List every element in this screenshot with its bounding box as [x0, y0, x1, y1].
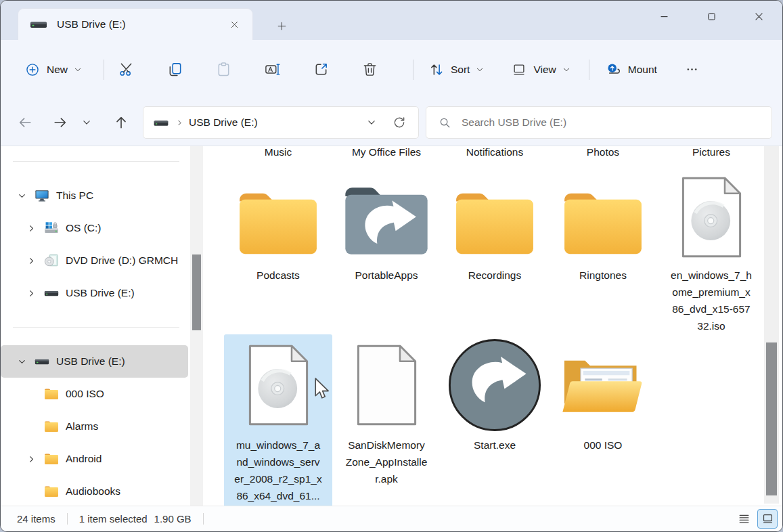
chevron-right-icon[interactable]	[22, 256, 40, 265]
folder-icon	[560, 187, 646, 259]
sidebar-separator	[13, 161, 179, 162]
copy-button[interactable]	[160, 56, 189, 83]
minimize-button[interactable]	[640, 1, 688, 32]
file-item-start-exe[interactable]: Start.exe	[441, 334, 549, 506]
window-controls	[640, 1, 782, 32]
file-icon-box	[441, 334, 549, 436]
sidebar-item-os-c[interactable]: OS (C:)	[1, 212, 188, 244]
file-item-ringtones[interactable]: Ringtones	[549, 168, 657, 338]
sidebar-tree: This PCOS (C:)DVD Drive (D:) GRMCHUSB Dr…	[1, 161, 204, 506]
tab-usb-drive[interactable]: USB Drive (E:)	[18, 8, 253, 40]
folder-icon	[452, 187, 537, 259]
file-item-sandiskmemory[interactable]: SanDiskMemory Zone_AppInstalle r.apk	[332, 334, 441, 506]
mount-button[interactable]: Mount	[600, 57, 664, 83]
file-item-podcasts[interactable]: Podcasts	[224, 168, 332, 338]
chevron-down-icon[interactable]	[13, 191, 30, 200]
breadcrumb[interactable]: USB Drive (E:)	[189, 116, 367, 129]
toolbar-divider	[589, 60, 589, 80]
file-item-portableapps[interactable]: PortableApps	[332, 168, 441, 338]
file-icon-box	[549, 168, 657, 259]
close-window-button[interactable]	[735, 1, 782, 32]
sidebar-scrollbar-thumb[interactable]	[192, 254, 201, 330]
file-label-pictures[interactable]: Pictures	[657, 146, 765, 158]
breadcrumb-separator-icon	[176, 119, 183, 127]
back-button[interactable]	[12, 109, 39, 136]
sidebar-item-alarms[interactable]: Alarms	[1, 410, 188, 443]
file-icon-box	[224, 168, 332, 259]
chevron-down-icon	[476, 66, 484, 74]
address-dropdown-icon[interactable]	[367, 118, 376, 127]
sidebar-item-this-pc[interactable]: This PC	[1, 179, 188, 212]
chevron-placeholder	[22, 389, 40, 399]
chevron-right-icon[interactable]	[22, 454, 40, 464]
cut-button[interactable]	[111, 56, 141, 83]
sidebar-item-android[interactable]: Android	[1, 443, 188, 475]
sidebar-item-label: Audiobooks	[66, 485, 120, 497]
tab-close-icon[interactable]	[224, 14, 244, 35]
chevron-right-icon[interactable]	[22, 288, 40, 298]
up-button[interactable]	[108, 109, 135, 136]
new-tab-button[interactable]	[271, 16, 292, 36]
forward-button[interactable]	[47, 109, 74, 136]
sort-button[interactable]: Sort	[422, 57, 491, 83]
file-item-000-iso[interactable]: 000 ISO	[549, 334, 657, 506]
sidebar-item-usb-drive-e[interactable]: USB Drive (E:)	[1, 345, 188, 378]
details-view-button[interactable]	[734, 509, 754, 529]
recent-locations-button[interactable]	[75, 109, 98, 136]
sidebar-item-usb-drive-e[interactable]: USB Drive (E:)	[1, 277, 188, 309]
file-label: Start.exe	[474, 437, 516, 453]
file-label: mu_windows_7_a nd_windows_serv er_2008_r…	[234, 437, 321, 504]
paste-icon	[216, 62, 231, 77]
status-divider	[203, 513, 204, 525]
mount-icon	[606, 62, 621, 77]
file-item-recordings[interactable]: Recordings	[441, 168, 549, 338]
chevron-down-icon	[82, 118, 91, 127]
address-bar[interactable]: USB Drive (E:)	[143, 106, 419, 139]
forward-arrow-icon	[53, 115, 68, 130]
file-label-music[interactable]: Music	[224, 146, 332, 158]
large-icons-icon	[761, 512, 774, 525]
new-button[interactable]: New	[18, 57, 89, 83]
iso-file-icon	[247, 344, 310, 426]
sidebar-item-000-iso[interactable]: 000 ISO	[1, 378, 188, 410]
sidebar-item-label: OS (C:)	[66, 222, 102, 234]
folder-icon	[236, 187, 321, 259]
file-label-my-office-files[interactable]: My Office Files	[332, 146, 441, 158]
paste-button[interactable]	[208, 56, 238, 83]
sidebar-item-audiobooks[interactable]: Audiobooks	[1, 475, 188, 506]
file-label: Recordings	[468, 267, 521, 284]
chevron-placeholder	[22, 487, 40, 496]
file-item-mu-windows-7-a[interactable]: mu_windows_7_a nd_windows_serv er_2008_r…	[224, 334, 332, 506]
selection-info: 1 item selected	[79, 513, 148, 525]
file-label-notifications[interactable]: Notifications	[441, 146, 549, 158]
refresh-icon[interactable]	[393, 116, 406, 129]
ellipsis-icon	[685, 62, 699, 76]
search-box[interactable]	[426, 106, 772, 139]
large-icons-view-button[interactable]	[757, 509, 778, 529]
file-explorer-window: USB Drive (E:) New Sort	[0, 0, 783, 532]
file-label: Ringtones	[579, 267, 627, 284]
toolbar-divider	[413, 60, 413, 80]
main-scrollbar-thumb[interactable]	[766, 342, 777, 495]
copy-icon	[167, 62, 183, 77]
more-options-button[interactable]	[679, 56, 706, 83]
sidebar: This PCOS (C:)DVD Drive (D:) GRMCHUSB Dr…	[1, 146, 204, 506]
file-item-en-windows-7-h[interactable]: en_windows_7_h ome_premium_x 86_dvd_x15-…	[657, 168, 765, 338]
folder-icon	[44, 484, 59, 499]
rename-button[interactable]	[257, 56, 287, 83]
chevron-right-icon[interactable]	[22, 223, 40, 233]
file-label: SanDiskMemory Zone_AppInstalle r.apk	[346, 437, 428, 487]
plus-circle-icon	[25, 62, 40, 77]
chevron-down-icon[interactable]	[13, 357, 30, 366]
file-label-photos[interactable]: Photos	[549, 146, 657, 158]
file-grid: MusicMy Office FilesNotificationsPhotosP…	[204, 146, 782, 506]
view-button[interactable]: View	[505, 57, 577, 83]
sidebar-item-dvd-drive-d-grmch[interactable]: DVD Drive (D:) GRMCH	[1, 244, 188, 277]
delete-button[interactable]	[355, 56, 384, 83]
os-drive-icon	[44, 221, 59, 236]
iso-file-icon	[680, 176, 743, 259]
open-folder-icon	[560, 352, 646, 419]
maximize-button[interactable]	[688, 1, 735, 32]
search-input[interactable]	[460, 116, 762, 129]
share-button[interactable]	[306, 56, 336, 83]
